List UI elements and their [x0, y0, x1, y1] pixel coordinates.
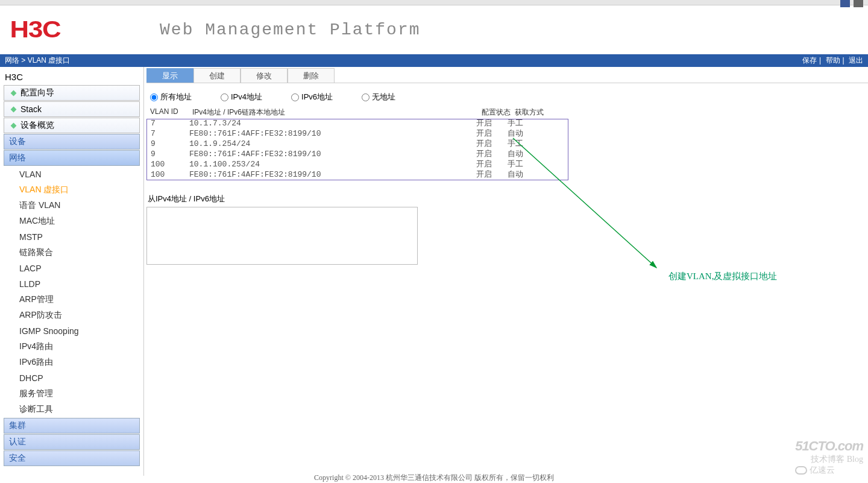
sidebar-section-after-1[interactable]: 认证 [4, 434, 140, 450]
sidebar-item-11[interactable]: IPv4路由 [0, 339, 143, 355]
sidebar-item-1[interactable]: VLAN 虚接口 [0, 182, 143, 198]
platform-title: Web Management Platform [160, 21, 420, 39]
radio-label-3: 无地址 [372, 92, 395, 103]
cell-mode: 自动 [508, 128, 544, 139]
watermark-line1: 51CTO.com [795, 438, 863, 454]
radio-input-1[interactable] [221, 93, 228, 101]
annotation-text: 创建VLAN,及虚拟接口地址 [668, 271, 777, 282]
col-address: IPv4地址 / IPv6链路本地地址 [192, 107, 482, 118]
cell-vlan: 9 [151, 149, 189, 159]
col-vlanid: VLAN ID [150, 107, 192, 118]
table-row[interactable]: 10010.1.100.253/24开启手工 [147, 159, 568, 169]
radio-label-0: 所有地址 [160, 92, 192, 103]
table-row[interactable]: 7FE80::761F:4AFF:FE32:8199/10开启自动 [147, 128, 568, 139]
sidebar-item-15[interactable]: 诊断工具 [0, 402, 143, 417]
cell-state: 开启 [476, 159, 508, 169]
cell-vlan: 100 [151, 159, 189, 169]
filter-radios: 所有地址IPv4地址IPv6地址无地址 [146, 83, 868, 106]
cloud-icon [795, 466, 807, 475]
cell-state: 开启 [476, 149, 508, 159]
sidebar-section-after-0[interactable]: 集群 [4, 418, 140, 434]
radio-3[interactable]: 无地址 [362, 92, 395, 103]
cell-vlan: 7 [151, 128, 189, 139]
save-link[interactable]: 保存 [802, 56, 817, 65]
breadcrumb-part2: VLAN 虚接口 [28, 56, 71, 65]
table-body[interactable]: 710.1.7.3/24开启手工7FE80::761F:4AFF:FE32:81… [146, 119, 568, 180]
sidebar-item-6[interactable]: LACP [0, 260, 143, 276]
footer-copyright: Copyright © 2004-2013 杭州华三通信技术有限公司 版权所有，… [0, 473, 868, 483]
cell-mode: 手工 [508, 159, 544, 169]
radio-2[interactable]: IPv6地址 [291, 92, 333, 103]
table-row[interactable]: 710.1.7.3/24开启手工 [147, 119, 568, 128]
sub-address-box[interactable] [146, 207, 418, 265]
sidebar-item-14[interactable]: 服务管理 [0, 386, 143, 402]
radio-input-0[interactable] [150, 93, 158, 101]
radio-input-2[interactable] [291, 93, 299, 101]
table-row[interactable]: 9FE80::761F:4AFF:FE32:8199/10开启自动 [147, 149, 568, 159]
cell-addr: 10.1.7.3/24 [189, 119, 476, 128]
radio-input-3[interactable] [362, 93, 370, 101]
sidebar-section-after-2[interactable]: 安全 [4, 450, 140, 466]
sidebar-top-2[interactable]: 设备概览 [4, 118, 140, 133]
sidebar-top-0[interactable]: 配置向导 [4, 85, 140, 101]
cell-addr: 10.1.100.253/24 [189, 159, 476, 169]
cell-addr: FE80::761F:4AFF:FE32:8199/10 [189, 169, 476, 180]
sidebar-top-1[interactable]: Stack [4, 101, 140, 117]
cell-mode: 手工 [508, 139, 544, 149]
cell-vlan: 100 [151, 169, 189, 180]
table-row[interactable]: 100FE80::761F:4AFF:FE32:8199/10开启自动 [147, 169, 568, 180]
cell-vlan: 9 [151, 139, 189, 149]
tab-修改[interactable]: 修改 [241, 68, 288, 83]
sidebar-top-label: 设备概览 [20, 120, 54, 131]
chrome-icon-1 [840, 0, 850, 7]
sidebar-item-8[interactable]: ARP管理 [0, 292, 143, 308]
breadcrumb-part1: 网络 [5, 56, 19, 65]
watermark-yisu: 亿速云 [795, 465, 863, 476]
table-header: VLAN ID IPv4地址 / IPv6链路本地地址 配置状态 获取方式 [146, 106, 568, 119]
breadcrumb-bar: 网络 > VLAN 虚接口 保存| 帮助| 退出 [0, 54, 868, 67]
sidebar-item-5[interactable]: 链路聚合 [0, 245, 143, 260]
tab-删除[interactable]: 删除 [288, 68, 335, 83]
sidebar-item-0[interactable]: VLAN [0, 166, 143, 182]
tab-创建[interactable]: 创建 [193, 68, 241, 83]
page-header: H3C Web Management Platform [0, 5, 868, 54]
sidebar-item-12[interactable]: IPv6路由 [0, 355, 143, 370]
sidebar-item-13[interactable]: DHCP [0, 370, 143, 386]
main-content: 显示创建修改删除 所有地址IPv4地址IPv6地址无地址 VLAN ID IPv… [144, 67, 868, 476]
sub-address-label: 从IPv4地址 / IPv6地址 [148, 194, 868, 204]
sidebar-item-4[interactable]: MSTP [0, 229, 143, 245]
sidebar-item-3[interactable]: MAC地址 [0, 213, 143, 229]
sidebar-item-7[interactable]: LLDP [0, 276, 143, 292]
table-row[interactable]: 910.1.9.254/24开启手工 [147, 139, 568, 149]
watermark-line2: 技术博客 Blog [795, 454, 863, 465]
device-root-label: H3C [0, 69, 143, 84]
sidebar-section-设备[interactable]: 设备 [4, 134, 140, 150]
sidebar[interactable]: H3C 配置向导Stack设备概览 设备 网络 VLANVLAN 虚接口语音 V… [0, 67, 144, 476]
browser-chrome [0, 0, 868, 5]
tab-显示[interactable]: 显示 [146, 68, 193, 83]
chrome-icon-2 [854, 0, 863, 7]
watermark-yisu-text: 亿速云 [810, 465, 835, 476]
cell-addr: FE80::761F:4AFF:FE32:8199/10 [189, 128, 476, 139]
sidebar-item-2[interactable]: 语音 VLAN [0, 198, 143, 213]
diamond-icon [11, 122, 17, 128]
sidebar-top-label: Stack [20, 104, 42, 114]
cell-state: 开启 [476, 139, 508, 149]
cell-addr: 10.1.9.254/24 [189, 139, 476, 149]
diamond-icon [11, 106, 17, 112]
logout-link[interactable]: 退出 [849, 56, 863, 65]
diamond-icon [11, 90, 17, 96]
logo: H3C [10, 17, 61, 43]
help-link[interactable]: 帮助 [826, 56, 840, 65]
breadcrumb: 网络 > VLAN 虚接口 [5, 55, 70, 66]
sidebar-item-9[interactable]: ARP防攻击 [0, 308, 143, 323]
radio-1[interactable]: IPv4地址 [221, 92, 262, 103]
sidebar-section-network[interactable]: 网络 [4, 150, 140, 166]
radio-0[interactable]: 所有地址 [150, 92, 192, 103]
sidebar-item-10[interactable]: IGMP Snooping [0, 323, 143, 339]
breadcrumb-sep: > [19, 56, 28, 65]
radio-label-2: IPv6地址 [301, 92, 333, 103]
top-actions: 保存| 帮助| 退出 [802, 55, 863, 66]
cell-mode: 手工 [508, 119, 544, 128]
cell-mode: 自动 [508, 169, 544, 180]
